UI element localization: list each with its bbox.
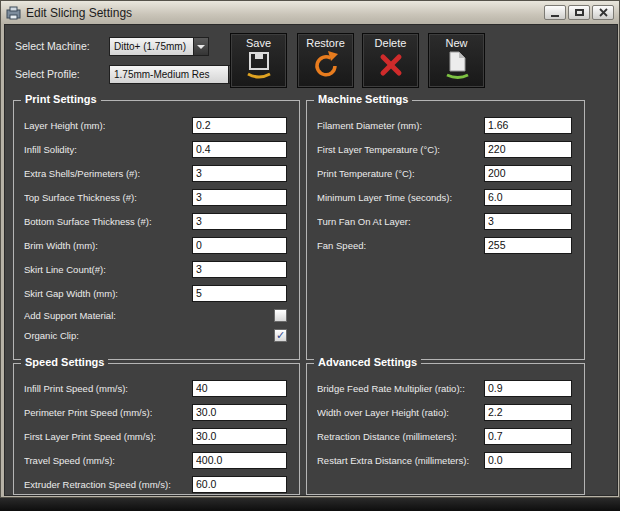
- field-label: Bottom Surface Thickness (#):: [24, 216, 152, 227]
- organic-clip-checkbox[interactable]: ✓: [274, 329, 287, 342]
- field-row: Bottom Surface Thickness (#):: [14, 209, 299, 233]
- field-row: Add Support Material:: [14, 305, 299, 325]
- field-row: Infill Solidity:: [14, 137, 299, 161]
- fan-on-layer-input[interactable]: [484, 213, 572, 230]
- field-label: Perimeter Print Speed (mm/s):: [24, 407, 152, 418]
- new-icon: [442, 50, 472, 80]
- filament-diameter-input[interactable]: [484, 117, 572, 134]
- field-row: Retraction Distance (millimeters):: [307, 424, 584, 448]
- field-label: Turn Fan On At Layer:: [317, 216, 411, 227]
- field-label: First Layer Temperature (°C):: [317, 144, 440, 155]
- field-row: Organic Clip: ✓: [14, 325, 299, 345]
- group-title: Advanced Settings: [314, 356, 421, 368]
- field-row: First Layer Temperature (°C):: [307, 137, 584, 161]
- profile-dropdown[interactable]: 1.75mm-Medium Res: [109, 65, 244, 84]
- first-layer-temp-input[interactable]: [484, 141, 572, 158]
- field-row: Top Surface Thickness (#):: [14, 185, 299, 209]
- bridge-feed-rate-input[interactable]: [484, 380, 572, 397]
- group-machine-settings: Machine Settings Filament Diameter (mm):…: [306, 100, 585, 360]
- skirt-gap-width-input[interactable]: [192, 285, 287, 302]
- retraction-distance-input[interactable]: [484, 428, 572, 445]
- title-bar[interactable]: Edit Slicing Settings: [1, 1, 619, 24]
- new-button[interactable]: New: [428, 33, 485, 88]
- window-controls: [542, 5, 614, 20]
- field-label: Skirt Gap Width (mm):: [24, 288, 118, 299]
- field-label: Infill Print Speed (mm/s):: [24, 383, 128, 394]
- edit-slicing-settings-window: Edit Slicing Settings Select Machine:: [0, 0, 620, 498]
- restart-extra-distance-input[interactable]: [484, 452, 572, 469]
- new-button-label: New: [445, 37, 467, 49]
- fan-speed-input[interactable]: [484, 237, 572, 254]
- field-label: Bridge Feed Rate Multiplier (ratio)::: [317, 383, 465, 394]
- field-row: Fan Speed:: [307, 233, 584, 257]
- field-label: Fan Speed:: [317, 240, 366, 251]
- machine-dropdown[interactable]: Ditto+ (1.75mm): [109, 37, 209, 56]
- bottom-surface-thickness-input[interactable]: [192, 213, 287, 230]
- field-label: Brim Width (mm):: [24, 240, 98, 251]
- select-machine-label: Select Machine:: [15, 40, 90, 52]
- field-row: Width over Layer Height (ratio):: [307, 400, 584, 424]
- field-label: Extra Shells/Perimeters (#):: [24, 168, 140, 179]
- top-surface-thickness-input[interactable]: [192, 189, 287, 206]
- maximize-button[interactable]: [568, 5, 590, 20]
- delete-button[interactable]: Delete: [362, 33, 419, 88]
- skirt-line-count-input[interactable]: [192, 261, 287, 278]
- field-label: Organic Clip:: [24, 330, 79, 341]
- field-row: Brim Width (mm):: [14, 233, 299, 257]
- field-row: Turn Fan On At Layer:: [307, 209, 584, 233]
- save-button-label: Save: [246, 37, 271, 49]
- retraction-speed-input[interactable]: [192, 476, 287, 493]
- field-row: Infill Print Speed (mm/s):: [14, 376, 299, 400]
- restore-icon: [311, 50, 341, 80]
- field-label: Minimum Layer Time (seconds):: [317, 192, 452, 203]
- field-row: Extra Shells/Perimeters (#):: [14, 161, 299, 185]
- print-temp-input[interactable]: [484, 165, 572, 182]
- chevron-down-icon: [193, 38, 208, 55]
- field-label: Retraction Distance (millimeters):: [317, 431, 457, 442]
- select-profile-label: Select Profile:: [15, 68, 80, 80]
- field-label: First Layer Print Speed (mm/s):: [24, 431, 156, 442]
- group-title: Speed Settings: [21, 356, 108, 368]
- field-row: Skirt Line Count(#):: [14, 257, 299, 281]
- travel-speed-input[interactable]: [192, 452, 287, 469]
- add-support-checkbox[interactable]: [274, 309, 287, 322]
- group-advanced-settings: Advanced Settings Bridge Feed Rate Multi…: [306, 363, 585, 495]
- field-label: Travel Speed (mm/s):: [24, 455, 115, 466]
- field-label: Infill Solidity:: [24, 144, 77, 155]
- layer-height-input[interactable]: [192, 117, 287, 134]
- perimeter-speed-input[interactable]: [192, 404, 287, 421]
- field-label: Filament Diameter (mm):: [317, 120, 422, 131]
- field-label: Width over Layer Height (ratio):: [317, 407, 449, 418]
- close-icon: [599, 8, 608, 17]
- group-title: Print Settings: [21, 93, 101, 105]
- group-speed-settings: Speed Settings Infill Print Speed (mm/s)…: [13, 363, 300, 495]
- field-row: Minimum Layer Time (seconds):: [307, 185, 584, 209]
- field-row: Bridge Feed Rate Multiplier (ratio)::: [307, 376, 584, 400]
- group-print-settings: Print Settings Layer Height (mm): Infill…: [13, 100, 300, 360]
- field-label: Top Surface Thickness (#):: [24, 192, 137, 203]
- restore-button-label: Restore: [306, 37, 345, 49]
- field-row: Perimeter Print Speed (mm/s):: [14, 400, 299, 424]
- group-title: Machine Settings: [314, 93, 412, 105]
- field-label: Add Support Material:: [24, 310, 116, 321]
- close-button[interactable]: [592, 5, 614, 20]
- min-layer-time-input[interactable]: [484, 189, 572, 206]
- field-row: Extruder Retraction Speed (mm/s):: [14, 472, 299, 496]
- width-over-layer-height-input[interactable]: [484, 404, 572, 421]
- delete-icon: [376, 50, 406, 80]
- field-label: Extruder Retraction Speed (mm/s):: [24, 479, 171, 490]
- first-layer-speed-input[interactable]: [192, 428, 287, 445]
- infill-speed-input[interactable]: [192, 380, 287, 397]
- save-button[interactable]: Save: [230, 33, 287, 88]
- restore-button[interactable]: Restore: [297, 33, 354, 88]
- dialog-body: Select Machine: Ditto+ (1.75mm) Select P…: [4, 24, 618, 496]
- extra-shells-input[interactable]: [192, 165, 287, 182]
- profile-dropdown-value: 1.75mm-Medium Res: [110, 66, 228, 83]
- screen: Edit Slicing Settings Select Machine:: [0, 0, 620, 511]
- field-row: First Layer Print Speed (mm/s):: [14, 424, 299, 448]
- minimize-button[interactable]: [544, 5, 566, 20]
- machine-dropdown-value: Ditto+ (1.75mm): [110, 38, 193, 55]
- infill-solidity-input[interactable]: [192, 141, 287, 158]
- brim-width-input[interactable]: [192, 237, 287, 254]
- field-label: Restart Extra Distance (millimeters):: [317, 455, 469, 466]
